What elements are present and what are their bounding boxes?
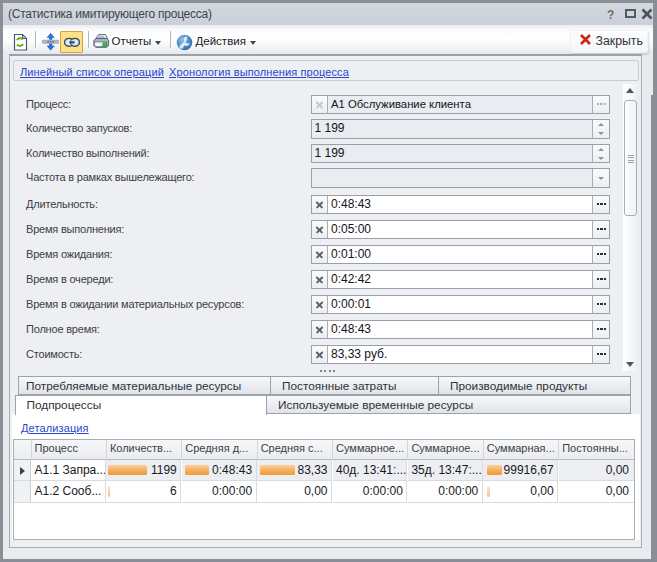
svg-text:?: ? <box>607 8 614 22</box>
